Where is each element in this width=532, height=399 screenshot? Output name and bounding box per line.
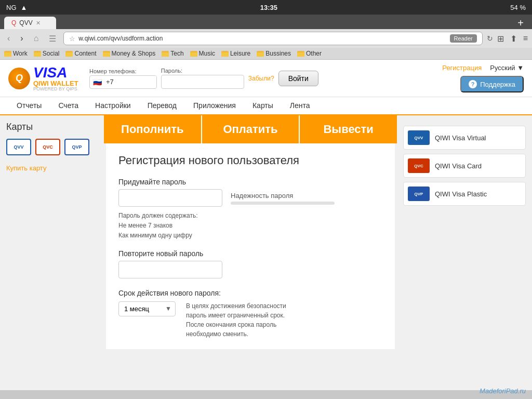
visa-cards-list: QVV QIWI Visa Virtual QVC QIWI Visa Card… [403, 122, 526, 206]
password-input[interactable] [161, 75, 244, 89]
new-password-input[interactable] [118, 189, 222, 207]
powered-text: POWERED BY QIPS [33, 87, 78, 91]
validity-row: 1 месяц 3 месяца 6 месяцев 1 год ▼ В цел… [118, 301, 382, 339]
bookmark-label: Content [74, 50, 96, 57]
bookmark-label: Tech [170, 50, 183, 57]
visa-plastic-card[interactable]: QVP QIWI Visa Plastic [403, 182, 526, 206]
language-selector[interactable]: Русский ▼ [490, 64, 524, 72]
battery-text: 54 % [510, 4, 526, 11]
bookmark-tech[interactable]: Tech [162, 50, 183, 57]
puzzle-icon[interactable]: ⊞ [497, 34, 504, 44]
visa-virtual-card[interactable]: QVV QIWI Visa Virtual [403, 126, 526, 150]
browser-tab[interactable]: Q QVV ✕ [4, 17, 56, 29]
bookmark-label: Music [199, 50, 215, 57]
folder-icon [190, 51, 197, 57]
bookmark-label: Other [306, 50, 322, 57]
folder-icon [34, 51, 41, 57]
qiwi-circle-icon: Q [8, 68, 30, 89]
card-qvc-icon[interactable]: QVC [35, 139, 60, 155]
visa-card-card[interactable]: QVC QIWI Visa Card [403, 154, 526, 178]
password-rules: Пароль должен содержать: Не менее 7 знак… [118, 211, 382, 241]
cards-title: Карты [6, 122, 98, 132]
nav-transfer[interactable]: Перевод [139, 97, 185, 115]
madeforipad-watermark: MadeforiPad.ru [480, 387, 526, 395]
forgot-password-link[interactable]: Забыли? [248, 75, 274, 82]
nav-settings[interactable]: Настройки [87, 97, 139, 115]
header-right: Регистрация Русский ▼ ? Поддержка [442, 64, 524, 92]
withdraw-button[interactable]: Вывести [300, 115, 397, 143]
card-qvv-icon[interactable]: QVV [6, 139, 31, 155]
phone-group: Номер телефона: 🇷🇺 +7 [89, 68, 157, 89]
card-qvp-icon[interactable]: QVP [64, 139, 89, 155]
bookmark-label: Leisure [230, 50, 250, 57]
qvv-badge: QVV [408, 130, 430, 145]
nav-reports[interactable]: Отчеты [8, 97, 50, 115]
pay-button[interactable]: Оплатить [202, 115, 300, 143]
nav-cards[interactable]: Карты [244, 97, 282, 115]
bookmark-work[interactable]: Work [4, 50, 28, 57]
phone-flag: 🇷🇺 [90, 76, 105, 88]
reader-button[interactable]: Reader [450, 34, 477, 43]
bookmark-label: Work [13, 50, 28, 57]
qiwi-header: Q VISA QIWI WALLET POWERED BY QIPS Номер… [0, 60, 532, 97]
qvc-badge: QVC [408, 158, 430, 173]
header-right-top: Регистрация Русский ▼ ? Поддержка [442, 64, 524, 92]
forward-button[interactable]: › [17, 33, 26, 44]
bookmark-leisure[interactable]: Leisure [221, 50, 250, 57]
share-icon[interactable]: ⬆ [510, 34, 517, 44]
visa-text: VISA [33, 65, 78, 80]
login-button[interactable]: Войти [278, 71, 318, 86]
phone-input[interactable] [115, 76, 156, 88]
main-area: Карты QVV QVC QVP Купить карту Пополнить… [0, 115, 532, 349]
bookmark-bussines[interactable]: Bussines [257, 50, 291, 57]
strength-label: Надежность пароля [231, 192, 382, 200]
status-time: 13:35 [260, 4, 277, 11]
password-group: Пароль: [161, 68, 244, 89]
bookmark-label: Money & Shops [112, 50, 156, 57]
strength-bar: Надежность пароля [231, 192, 382, 205]
repeat-password-input[interactable] [118, 261, 222, 278]
home-button[interactable]: ⌂ [31, 33, 42, 44]
carrier-text: NG [6, 4, 17, 11]
reload-button[interactable]: ↻ [487, 34, 493, 43]
qiwi-logo: Q VISA QIWI WALLET POWERED BY QIPS [8, 65, 81, 91]
buy-card-link[interactable]: Купить карту [6, 164, 46, 172]
bookmark-money-shops[interactable]: Money & Shops [103, 50, 156, 57]
qiwi-navigation: Отчеты Счета Настройки Перевод Приложени… [0, 97, 532, 115]
bookmark-social[interactable]: Social [34, 50, 60, 57]
new-tab-button[interactable]: + [513, 17, 528, 29]
folder-icon [162, 51, 169, 57]
navigation-bar: ‹ › ⌂ ☰ ☆ w.qiwi.com/qvv/usdform.action … [0, 29, 532, 48]
phone-input-wrapper: 🇷🇺 +7 [89, 75, 157, 89]
question-icon: ? [469, 80, 477, 88]
tab-title: QVV [19, 19, 32, 26]
action-buttons: Пополнить Оплатить Вывести [104, 115, 397, 143]
folder-icon [4, 51, 11, 57]
address-text: w.qiwi.com/qvv/usdform.action [78, 35, 446, 42]
left-sidebar: Карты QVV QVC QVP Купить карту [0, 115, 104, 349]
registration-title: Регистрация нового пользователя [118, 154, 382, 167]
bookmarks-bar: Work Social Content Money & Shops Tech M… [0, 48, 532, 60]
support-button[interactable]: ? Поддержка [460, 76, 524, 92]
register-link[interactable]: Регистрация [442, 64, 482, 72]
nav-feed[interactable]: Лента [282, 97, 318, 115]
validity-select[interactable]: 1 месяц 3 месяца 6 месяцев 1 год [118, 301, 176, 316]
rule-1: Не менее 7 знаков [118, 221, 382, 231]
bookmark-label: Bussines [265, 50, 291, 57]
bookmark-music[interactable]: Music [190, 50, 215, 57]
deposit-button[interactable]: Пополнить [104, 115, 202, 143]
status-right: 54 % [510, 4, 526, 11]
bookmark-content[interactable]: Content [65, 50, 96, 57]
nav-apps[interactable]: Приложения [185, 97, 244, 115]
star-icon: ☆ [69, 35, 75, 43]
bookmark-other[interactable]: Other [297, 50, 322, 57]
bookmarks-button[interactable]: ☰ [46, 33, 59, 45]
back-button[interactable]: ‹ [4, 33, 13, 44]
address-bar[interactable]: ☆ w.qiwi.com/qvv/usdform.action Reader [63, 32, 482, 45]
tab-close-button[interactable]: ✕ [36, 20, 41, 26]
folder-icon [257, 51, 264, 57]
qiwi-favicon: Q [11, 19, 16, 26]
header-login-form: Номер телефона: 🇷🇺 +7 Пароль: Забыли? Во… [89, 68, 434, 89]
menu-icon[interactable]: ≡ [523, 34, 528, 43]
nav-accounts[interactable]: Счета [50, 97, 87, 115]
